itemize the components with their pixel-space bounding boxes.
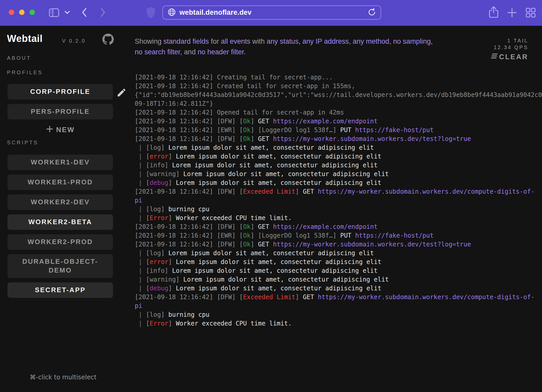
log-line: | [debug] Lorem ipsum dolor sit amet, co… [135,284,542,293]
log-segment: | [135,144,146,151]
log-url-link[interactable]: https://fake-host/put [355,232,434,239]
log-segment: [ [146,214,149,222]
filter-term[interactable]: standard fields [163,37,209,45]
log-segment: GET [258,135,273,142]
window-controls [9,10,35,15]
share-icon[interactable] [488,6,499,19]
log-segment: [2021-09-18 12:16:42] [DFW] [ [135,293,243,301]
log-segment: Lorem ipsum dolor sit amet, consectetur … [176,258,381,266]
log-segment: PUT [340,232,355,239]
log-segment: [info] [146,267,172,274]
sidebar-toggle-icon[interactable] [48,7,60,19]
minimize-window-button[interactable] [19,10,25,15]
log-segment: GET [303,188,318,195]
log-segment: {"id":"db19eb8be9f4443aab91a9042c0d3517"… [135,91,542,99]
clear-lines-icon [490,53,498,61]
profile-button-pers-profile[interactable]: PERS-PROFILE [7,104,113,119]
sidebar-item-about[interactable]: ABOUT [7,55,31,61]
log-url-link[interactable]: https://my-worker.subdomain.workers.dev/… [318,188,535,195]
log-line: | [info] Lorem ipsum dolor sit amet, con… [135,161,542,170]
log-line: | [log] burning cpu [135,205,542,214]
new-profile-button[interactable]: NEW [7,125,113,135]
log-line: 09-18T17:16:42.811Z"} [135,99,542,108]
filter-text: with [250,37,267,45]
filter-term[interactable]: no search filter [135,48,180,56]
log-segment: Ok [243,135,251,142]
log-url-link[interactable]: pi [135,197,142,204]
log-segment: [warning] [146,276,183,283]
filter-term[interactable]: any IP address [302,37,349,45]
log-line: [2021-09-18 12:16:42] [DFW] [Exceeded Li… [135,293,542,301]
log-segment: [ [146,179,149,186]
log-segment: ] [295,293,303,301]
log-line: pi [135,301,542,310]
script-button-worker1-prod[interactable]: WORKER1-PROD [7,175,113,190]
script-button-secret-app[interactable]: SECRET-APP [7,282,113,298]
log-line: | [log] burning cpu [135,310,542,319]
zoom-window-button[interactable] [29,10,35,15]
filter-text: for [209,37,221,45]
log-url-link[interactable]: https://my-worker.subdomain.workers.dev/… [273,135,471,142]
version-label: V 0.2.0 [62,38,86,44]
log-segment: [log] [146,144,168,151]
log-url-link[interactable]: https://example.com/endpoint [273,118,378,125]
log-segment: ] [LoggerDO log1 538f…] [251,126,340,134]
script-button-worker2-dev[interactable]: WORKER2-DEV [7,194,113,210]
log-segment: ] [168,153,176,160]
log-segment: Ok [243,223,251,230]
edit-profile-icon[interactable] [116,87,127,98]
profile-button-corp-profile[interactable]: CORP-PROFILE [7,84,113,100]
log-segment: [2021-09-18 12:16:42] Creating tail for … [135,74,333,81]
log-segment: GET [258,241,273,248]
tab-overview-icon[interactable] [525,7,536,18]
multiselect-hint: ⌘-click to multiselect [0,374,126,381]
app-title: Webtail [7,33,43,44]
log-segment: Lorem ipsum dolor sit amet, consectetur … [176,179,381,186]
github-icon[interactable] [102,34,114,45]
forward-button[interactable] [99,6,107,18]
clear-button[interactable]: CLEAR [490,53,528,61]
filter-term[interactable]: any method [353,37,389,45]
filter-term[interactable]: no header filter [198,48,244,56]
log-segment: GET [258,118,273,125]
back-button[interactable] [81,6,88,18]
log-segment: Lorem ipsum dolor sit amet, consectetur … [176,153,381,160]
filter-term[interactable]: no sampling [393,37,431,45]
scripts-section-label: SCRIPTS [7,140,39,146]
new-tab-icon[interactable] [506,7,518,18]
sidebar: Webtail V 0.2.0 ABOUT PROFILES CORP-PROF… [0,26,126,392]
log-segment: Error [150,214,168,222]
address-bar[interactable]: webtail.denoflare.dev [162,5,381,20]
log-line: [2021-09-18 12:16:42] [DFW] [Exceeded Li… [135,187,542,196]
filter-term[interactable]: any status [267,37,298,45]
log-line: [2021-09-18 12:16:42] Opened tail for se… [135,108,542,117]
chevron-down-icon[interactable] [64,11,70,15]
log-segment: | [135,267,146,274]
log-segment: Error [150,320,168,327]
log-url-link[interactable]: https://my-worker.subdomain.workers.dev/… [318,293,535,301]
log-segment: ] [168,285,176,292]
log-segment: GET [258,223,273,230]
clear-label: CLEAR [499,53,528,61]
log-segment: Lorem ipsum dolor sit amet, consectetur … [176,285,381,292]
log-segment: [2021-09-18 12:16:42] [DFW] [ [135,241,243,248]
filter-term[interactable]: all events [221,37,250,45]
log-segment: [log] [146,206,168,213]
log-segment: debug [150,179,168,186]
log-segment: [2021-09-18 12:16:42] [EWR] [ [135,232,243,239]
log-url-link[interactable]: https://fake-host/put [355,126,434,134]
close-window-button[interactable] [9,10,14,15]
log-segment: [2021-09-18 12:16:42] [DFW] [ [135,118,243,125]
script-button-worker2-prod[interactable]: WORKER2-PROD [7,234,113,250]
script-button-worker2-beta[interactable]: WORKER2-BETA [7,214,113,230]
log-line: | [debug] Lorem ipsum dolor sit amet, co… [135,178,542,187]
log-url-link[interactable]: https://example.com/endpoint [273,223,378,230]
log-url-link[interactable]: https://my-worker.subdomain.workers.dev/… [273,241,471,248]
log-segment: Lorem ipsum dolor sit amet, consectetur … [168,144,374,151]
script-button-worker1-dev[interactable]: WORKER1-DEV [7,155,113,170]
reload-icon[interactable] [367,7,377,18]
log-segment: | [135,311,146,318]
log-url-link[interactable]: pi [135,302,142,310]
privacy-shield-icon[interactable] [145,6,156,19]
script-button-durable-object-demo[interactable]: DURABLE-OBJECT-DEMO [7,254,113,278]
